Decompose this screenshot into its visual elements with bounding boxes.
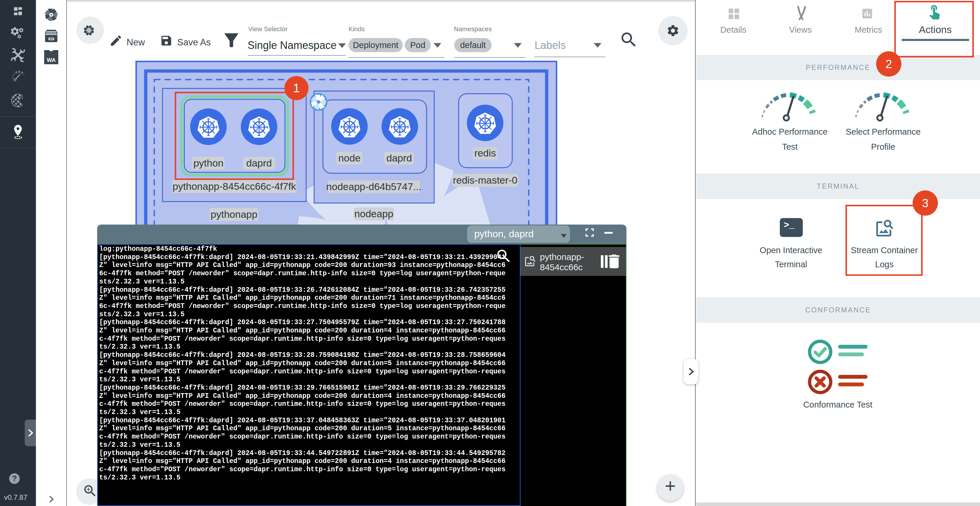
svg-text:daprd: daprd	[387, 152, 412, 164]
svg-text:redis-master-0: redis-master-0	[453, 174, 517, 186]
svg-text:daprd: daprd	[247, 157, 272, 169]
svg-text:1: 1	[293, 81, 300, 95]
svg-text:pythonapp-8454cc66c-4f7fk: pythonapp-8454cc66c-4f7fk	[172, 180, 296, 192]
svg-text:nodeapp: nodeapp	[355, 208, 393, 219]
svg-text:pythonapp: pythonapp	[211, 209, 258, 220]
svg-text:node: node	[338, 152, 361, 164]
svg-text:nodeapp-d64b5747...: nodeapp-d64b5747...	[326, 181, 421, 192]
svg-text:python: python	[193, 157, 223, 169]
svg-text:WA: WA	[46, 57, 56, 63]
svg-text:redis: redis	[474, 147, 496, 158]
